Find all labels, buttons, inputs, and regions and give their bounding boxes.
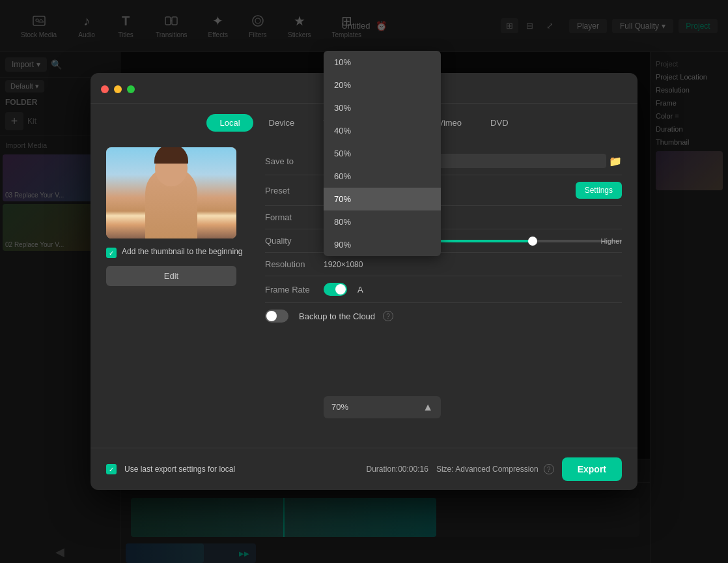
preset-label: Preset — [265, 186, 324, 195]
auto-toggle[interactable] — [324, 283, 347, 296]
window-controls — [101, 85, 135, 93]
settings-form: Save to 📁 Preset Custom Settings Format — [265, 147, 622, 437]
export-button[interactable]: Export — [562, 457, 622, 481]
quality-slider-thumb[interactable] — [528, 237, 537, 246]
browse-folder-button[interactable]: 📁 — [609, 155, 622, 167]
quality-current-value: 70% — [331, 402, 348, 412]
thumbnail-checkbox-row: ✓ Add the thumbnail to the beginning — [106, 246, 249, 258]
quality-slider-container: 10% 20% 30% 40% 50% 60% 70% 80% 90% — [324, 240, 622, 242]
use-last-checkbox[interactable]: ✓ — [106, 464, 117, 474]
backup-toggle-knob — [266, 311, 277, 321]
resolution-row: Resolution 1920×1080 — [265, 253, 622, 276]
duration-label: Duration:00:00:16 — [367, 465, 428, 474]
quality-option-70[interactable]: 70% — [324, 188, 441, 210]
maximize-window-btn[interactable] — [127, 85, 135, 93]
quality-option-50[interactable]: 50% — [324, 142, 441, 165]
close-window-btn[interactable] — [101, 85, 109, 93]
higher-label: Higher — [601, 237, 622, 245]
export-modal: Export Local Device YouTube TikTok Vimeo… — [91, 73, 637, 490]
backup-control: Backup to the Cloud ? — [265, 310, 622, 323]
size-label: Size: Advanced Compression ? — [436, 464, 554, 474]
save-to-row: Save to 📁 — [265, 147, 622, 175]
quality-option-40[interactable]: 40% — [324, 119, 441, 142]
modal-overlay: Export Local Device YouTube TikTok Vimeo… — [0, 0, 728, 563]
tab-local[interactable]: Local — [206, 114, 253, 132]
minimize-window-btn[interactable] — [114, 85, 122, 93]
quality-option-30[interactable]: 30% — [324, 96, 441, 119]
tab-device[interactable]: Device — [256, 114, 308, 132]
backup-label: Backup to the Cloud — [299, 311, 375, 321]
auto-label: A — [357, 285, 363, 295]
quality-option-90[interactable]: 90% — [324, 233, 441, 256]
edit-thumbnail-button[interactable]: Edit — [106, 266, 236, 286]
modal-footer: ✓ Use last export settings for local Dur… — [91, 448, 637, 490]
use-last-label: Use last export settings for local — [124, 465, 235, 474]
preview-thumbnail — [106, 147, 236, 238]
backup-row: Backup to the Cloud ? — [265, 303, 622, 329]
size-text: Size: Advanced Compression — [436, 465, 539, 474]
quality-form-label: Quality — [265, 236, 324, 246]
frame-rate-control: A — [324, 283, 622, 296]
thumbnail-section: ✓ Add the thumbnail to the beginning Edi… — [106, 147, 249, 437]
quality-option-60[interactable]: 60% — [324, 165, 441, 188]
resolution-current: 1920×1080 — [324, 260, 363, 269]
tab-dvd[interactable]: DVD — [477, 114, 521, 132]
quality-option-80[interactable]: 80% — [324, 210, 441, 233]
resolution-value: 1920×1080 — [324, 259, 622, 269]
modal-content: ✓ Add the thumbnail to the beginning Edi… — [91, 137, 637, 448]
quality-option-10[interactable]: 10% — [324, 51, 441, 74]
thumbnail-checkbox-label: Add the thumbnail to the beginning — [122, 246, 242, 257]
quality-select-current[interactable]: 70% ▲ — [324, 396, 441, 418]
save-to-label: Save to — [265, 156, 324, 166]
quality-row: Quality 10% 20% 30% 40% 50% — [265, 229, 622, 253]
backup-toggle[interactable] — [265, 310, 288, 323]
quality-option-20[interactable]: 20% — [324, 74, 441, 96]
resolution-form-label: Resolution — [265, 259, 324, 269]
backup-info-icon[interactable]: ? — [383, 311, 393, 321]
format-label: Format — [265, 212, 324, 222]
thumbnail-checkbox[interactable]: ✓ — [106, 248, 117, 258]
format-row: Format MP4 — [265, 206, 622, 229]
settings-button[interactable]: Settings — [576, 182, 622, 199]
auto-toggle-knob — [335, 284, 346, 295]
quality-dropdown: 10% 20% 30% 40% 50% 60% 70% 80% 90% — [324, 51, 441, 256]
frame-rate-row: Frame Rate A — [265, 276, 622, 303]
preset-row: Preset Custom Settings — [265, 175, 622, 206]
size-info-icon[interactable]: ? — [544, 464, 554, 474]
frame-rate-label: Frame Rate — [265, 285, 324, 295]
chevron-up-icon: ▲ — [423, 401, 433, 413]
